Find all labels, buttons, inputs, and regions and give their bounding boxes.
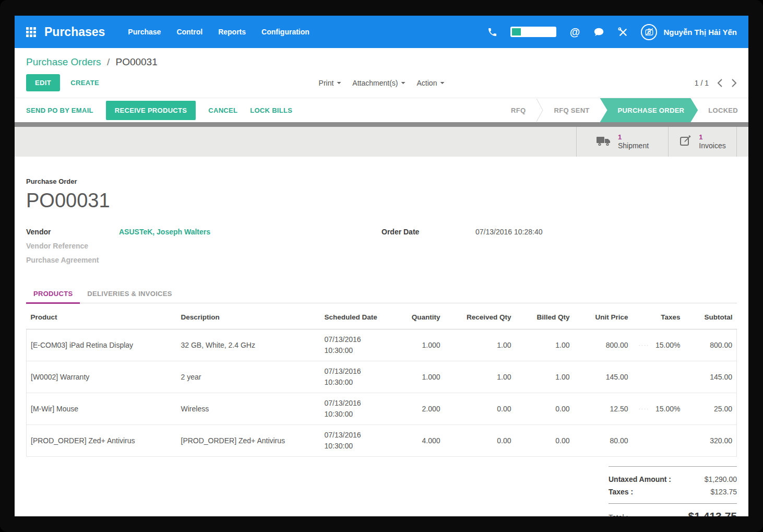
attachments-dropdown[interactable]: Attachment(s) bbox=[352, 79, 405, 87]
step-separator-icon bbox=[536, 98, 543, 122]
vendor-reference-label: Vendor Reference bbox=[26, 242, 119, 250]
send-po-by-email-button[interactable]: SEND PO BY EMAIL bbox=[26, 107, 93, 114]
cell-received-qty: 1.00 bbox=[445, 329, 516, 361]
apps-menu-icon[interactable] bbox=[26, 27, 36, 37]
cell-scheduled-date: 07/13/201610:30:00 bbox=[320, 361, 384, 393]
cell-scheduled-date: 07/13/201610:30:00 bbox=[320, 329, 384, 361]
breadcrumb-parent[interactable]: Purchase Orders bbox=[26, 56, 101, 67]
user-name[interactable]: Nguyễn Thị Hải Yến bbox=[663, 28, 737, 37]
pager: 1 / 1 bbox=[695, 78, 737, 88]
menu-reports[interactable]: Reports bbox=[218, 28, 246, 36]
cell-scheduled-date: 07/13/201610:30:00 bbox=[320, 393, 384, 425]
col-quantity: Quantity bbox=[384, 303, 445, 329]
field-groups: Vendor ASUSTeK, Joseph Walters Vendor Re… bbox=[26, 228, 737, 270]
top-navbar: Purchases Purchase Control Reports Confi… bbox=[15, 16, 748, 48]
pager-value: 1 / 1 bbox=[695, 79, 709, 87]
table-header-row: Product Description Scheduled Date Quant… bbox=[27, 303, 737, 329]
col-billed-qty: Billed Qty bbox=[516, 303, 574, 329]
cell-description: Wireless bbox=[177, 393, 320, 425]
cell-received-qty: 0.00 bbox=[445, 393, 516, 425]
shipment-smart-button[interactable]: 1 Shipment bbox=[576, 127, 668, 157]
cell-unit-price: 80.00 bbox=[574, 425, 633, 457]
cell-unit-price: 12.50 bbox=[574, 393, 633, 425]
menu-purchase[interactable]: Purchase bbox=[128, 28, 161, 36]
print-dropdown[interactable]: Print bbox=[319, 79, 341, 87]
step-rfq[interactable]: RFQ bbox=[500, 98, 536, 122]
cell-product: [M-Wir] Mouse bbox=[27, 393, 177, 425]
timer-progress-fill bbox=[512, 28, 521, 36]
step-purchase-order[interactable]: PURCHASE ORDER bbox=[600, 98, 698, 122]
cell-taxes bbox=[633, 425, 685, 457]
cell-unit-price: 145.00 bbox=[574, 361, 633, 393]
action-dropdowns: Print Attachment(s) Action bbox=[319, 79, 445, 87]
odoo-app-window: Purchases Purchase Control Reports Confi… bbox=[15, 16, 748, 516]
order-lines-table: Product Description Scheduled Date Quant… bbox=[26, 303, 737, 457]
edit-button[interactable]: EDIT bbox=[26, 74, 60, 91]
record-type-label: Purchase Order bbox=[26, 178, 737, 185]
cell-quantity: 1.000 bbox=[384, 361, 445, 393]
cell-subtotal: 320.00 bbox=[685, 425, 737, 457]
tab-products[interactable]: PRODUCTS bbox=[26, 285, 80, 304]
breadcrumb-separator: / bbox=[104, 56, 113, 67]
table-row[interactable]: [M-Wir] Mouse Wireless 07/13/201610:30:0… bbox=[27, 393, 737, 425]
cell-billed-qty: 1.00 bbox=[516, 329, 574, 361]
step-locked[interactable]: LOCKED bbox=[698, 98, 748, 122]
lock-bills-button[interactable]: LOCK BILLS bbox=[250, 107, 292, 114]
user-avatar[interactable] bbox=[641, 24, 657, 40]
create-button[interactable]: CREATE bbox=[70, 79, 99, 87]
cell-billed-qty: 1.00 bbox=[516, 361, 574, 393]
step-rfq-sent[interactable]: RFQ SENT bbox=[543, 98, 600, 122]
section-divider bbox=[15, 122, 748, 127]
mention-at-icon[interactable]: @ bbox=[569, 26, 580, 38]
total-label: Total : bbox=[609, 513, 628, 516]
status-steps: RFQ RFQ SENT PURCHASE ORDER LOCKED bbox=[500, 98, 748, 122]
statusbar: SEND PO BY EMAIL RECEIVE PRODUCTS CANCEL… bbox=[15, 98, 748, 122]
cell-unit-price: 800.00 bbox=[574, 329, 633, 361]
statusbar-buttons: SEND PO BY EMAIL RECEIVE PRODUCTS CANCEL… bbox=[26, 98, 292, 122]
col-product: Product bbox=[27, 303, 177, 329]
cell-billed-qty: 0.00 bbox=[516, 425, 574, 457]
chevron-down-icon bbox=[440, 82, 444, 84]
cancel-button[interactable]: CANCEL bbox=[208, 107, 237, 114]
totals-block: Untaxed Amount : $1,290.00 Taxes : $123.… bbox=[609, 466, 737, 516]
table-row[interactable]: [E-COM03] iPad Retina Display 32 GB, Whi… bbox=[27, 329, 737, 361]
tools-icon[interactable] bbox=[617, 26, 628, 38]
vendor-link[interactable]: ASUSTeK, Joseph Walters bbox=[119, 228, 210, 236]
menu-control[interactable]: Control bbox=[176, 28, 202, 36]
table-row[interactable]: [W0002] Warranty 2 year 07/13/201610:30:… bbox=[27, 361, 737, 393]
chat-bubble-icon[interactable] bbox=[593, 26, 604, 38]
cell-billed-qty: 0.00 bbox=[516, 393, 574, 425]
cell-received-qty: 0.00 bbox=[445, 425, 516, 457]
chevron-down-icon bbox=[401, 82, 406, 84]
smart-button-band: 1 Shipment 1 Invoices bbox=[15, 127, 748, 157]
col-taxes: Taxes bbox=[633, 303, 685, 329]
app-title[interactable]: Purchases bbox=[44, 25, 105, 39]
receive-products-button[interactable]: RECEIVE PRODUCTS bbox=[106, 101, 196, 120]
cell-subtotal: 145.00 bbox=[685, 361, 737, 393]
control-panel: EDIT CREATE Print Attachment(s) Action 1… bbox=[15, 69, 748, 98]
cell-received-qty: 1.00 bbox=[445, 361, 516, 393]
menu-configuration[interactable]: Configuration bbox=[261, 28, 309, 36]
navbar-systray: @ Ngu bbox=[486, 24, 737, 40]
cell-taxes bbox=[633, 361, 685, 393]
phone-icon[interactable] bbox=[486, 26, 498, 38]
cell-product: [E-COM03] iPad Retina Display bbox=[27, 329, 177, 361]
main-menu: Purchase Control Reports Configuration bbox=[128, 28, 309, 36]
table-row[interactable]: [PROD_ORDER] Zed+ Antivirus [PROD_ORDER]… bbox=[27, 425, 737, 457]
breadcrumb: Purchase Orders / PO00031 bbox=[15, 48, 748, 69]
taxes-value: $123.75 bbox=[710, 488, 737, 496]
pager-previous-icon[interactable] bbox=[717, 78, 723, 88]
tab-deliveries-invoices[interactable]: DELIVERIES & INVOICES bbox=[80, 285, 179, 303]
pager-next-icon[interactable] bbox=[731, 78, 737, 88]
invoices-smart-button[interactable]: 1 Invoices bbox=[668, 127, 737, 157]
invoices-label: Invoices bbox=[699, 141, 725, 151]
order-date-label: Order Date bbox=[382, 228, 475, 236]
cell-subtotal: 800.00 bbox=[685, 329, 737, 361]
untaxed-amount-value: $1,290.00 bbox=[705, 475, 737, 483]
cell-taxes: ····15.00% bbox=[633, 393, 685, 425]
cell-subtotal: 25.00 bbox=[685, 393, 737, 425]
timer-progress-bar[interactable] bbox=[510, 27, 556, 37]
page-title: PO00031 bbox=[26, 190, 737, 212]
order-date-value: 07/13/2016 10:28:40 bbox=[475, 228, 542, 236]
action-dropdown[interactable]: Action bbox=[417, 79, 445, 87]
